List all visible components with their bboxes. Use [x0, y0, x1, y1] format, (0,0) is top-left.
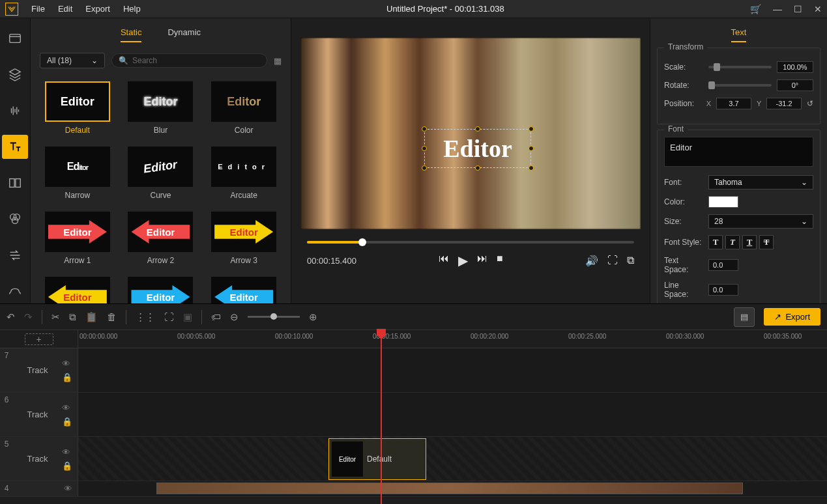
- progress-thumb[interactable]: [358, 238, 366, 246]
- asset-arrow1[interactable]: EditorArrow 1: [40, 212, 115, 265]
- cart-icon[interactable]: 🛒: [750, 4, 761, 14]
- add-track-button[interactable]: +: [25, 333, 53, 345]
- timeline-clip[interactable]: Editor Default: [328, 438, 426, 480]
- play-button[interactable]: ▶: [458, 253, 468, 268]
- x-value[interactable]: 3.7: [716, 98, 751, 109]
- progress-bar[interactable]: [307, 241, 634, 244]
- reset-position-icon[interactable]: ↺: [807, 99, 813, 108]
- visibility-icon[interactable]: 👁: [62, 359, 72, 369]
- asset-arrow5[interactable]: Editor: [123, 277, 199, 303]
- video-clip[interactable]: [156, 483, 743, 494]
- menu-help[interactable]: Help: [123, 4, 141, 14]
- asset-arrow6[interactable]: Editor: [206, 277, 282, 303]
- text-content-input[interactable]: [664, 137, 813, 167]
- playhead[interactable]: [381, 330, 382, 504]
- stop-button[interactable]: ■: [497, 253, 503, 268]
- export-button[interactable]: ↗ Export: [764, 308, 820, 326]
- group-button[interactable]: ▣: [183, 311, 192, 323]
- zoom-slider[interactable]: [248, 316, 300, 318]
- resize-handle-tl[interactable]: [422, 126, 427, 132]
- text-overlay-selection[interactable]: Editor: [424, 129, 531, 168]
- menu-edit[interactable]: Edit: [58, 4, 72, 14]
- resize-handle-bc[interactable]: [475, 165, 480, 171]
- zoom-in-button[interactable]: ⊕: [309, 311, 317, 323]
- scale-value[interactable]: 100.0%: [777, 61, 813, 73]
- tool-audio[interactable]: [2, 98, 28, 123]
- volume-icon[interactable]: 🔊: [585, 255, 598, 267]
- asset-arrow4[interactable]: Editor: [40, 277, 115, 303]
- resize-handle-tr[interactable]: [529, 126, 534, 132]
- underline-button[interactable]: T: [742, 235, 757, 249]
- resize-handle-tc[interactable]: [475, 126, 480, 132]
- track-content[interactable]: Editor Default: [78, 437, 827, 481]
- delete-button[interactable]: 🗑: [107, 311, 117, 322]
- tool-filters[interactable]: [2, 207, 28, 232]
- paste-button[interactable]: 📋: [85, 311, 98, 323]
- asset-narrow[interactable]: EditorNarrow: [40, 147, 115, 200]
- split-button[interactable]: ⋮⋮: [136, 311, 155, 323]
- zoom-out-button[interactable]: ⊖: [230, 311, 239, 323]
- lock-icon[interactable]: 🔒: [62, 417, 72, 427]
- asset-color[interactable]: EditorColor: [206, 81, 282, 135]
- snapshot-icon[interactable]: ⛶: [607, 255, 618, 267]
- resize-handle-mr[interactable]: [529, 146, 534, 151]
- asset-default[interactable]: EditorDefault: [40, 81, 115, 135]
- fullscreen-icon[interactable]: ⧉: [627, 255, 634, 267]
- rotate-slider[interactable]: [708, 84, 772, 87]
- track-content[interactable]: [78, 393, 827, 436]
- maximize-button[interactable]: ☐: [794, 4, 802, 14]
- resize-handle-br[interactable]: [529, 165, 534, 171]
- menu-file[interactable]: File: [31, 4, 45, 14]
- minimize-button[interactable]: —: [773, 4, 782, 14]
- copy-button[interactable]: ⧉: [69, 311, 76, 323]
- asset-blur[interactable]: EditorBlur: [123, 81, 199, 135]
- menu-export[interactable]: Export: [85, 4, 110, 14]
- asset-arrow3[interactable]: EditorArrow 3: [206, 212, 282, 265]
- tab-dynamic[interactable]: Dynamic: [167, 27, 201, 42]
- visibility-icon[interactable]: 👁: [62, 447, 72, 457]
- crop-button[interactable]: ⛶: [164, 311, 174, 322]
- track-content[interactable]: [78, 481, 827, 496]
- preview-viewport[interactable]: Editor: [300, 38, 641, 229]
- tab-static[interactable]: Static: [121, 27, 142, 42]
- asset-arcuate[interactable]: EditorArcuate: [206, 147, 282, 200]
- tool-layers[interactable]: [2, 63, 28, 87]
- asset-search[interactable]: 🔍 Search: [111, 53, 267, 68]
- scale-slider[interactable]: [708, 66, 772, 68]
- redo-button[interactable]: ↷: [24, 311, 33, 323]
- asset-filter-dropdown[interactable]: All (18) ⌄: [40, 53, 105, 68]
- asset-curve[interactable]: EditorCurve: [123, 147, 199, 200]
- lock-icon[interactable]: 🔒: [62, 372, 72, 382]
- rotate-value[interactable]: 0°: [777, 79, 813, 91]
- lock-icon[interactable]: 🔒: [62, 461, 72, 471]
- grid-view-icon[interactable]: ▦: [274, 56, 282, 66]
- strikethrough-button[interactable]: T: [759, 235, 774, 249]
- y-value[interactable]: -31.2: [766, 98, 802, 109]
- visibility-icon[interactable]: 👁: [64, 484, 72, 494]
- tool-elements[interactable]: [2, 279, 28, 304]
- prev-frame-button[interactable]: ⏮: [439, 253, 449, 268]
- close-button[interactable]: ✕: [814, 4, 822, 14]
- italic-button[interactable]: T: [725, 235, 740, 249]
- tab-text[interactable]: Text: [731, 27, 747, 42]
- render-button[interactable]: ▤: [734, 307, 755, 327]
- size-select[interactable]: 28⌄: [708, 214, 813, 229]
- next-frame-button[interactable]: ⏭: [477, 253, 487, 268]
- textspace-input[interactable]: 0.0: [708, 259, 738, 271]
- visibility-icon[interactable]: 👁: [62, 403, 72, 413]
- tool-transitions[interactable]: [2, 243, 28, 268]
- timeline-ruler[interactable]: 00:00:00.000 00:00:05.000 00:00:10.000 0…: [78, 330, 827, 348]
- linespace-input[interactable]: 0.0: [708, 284, 738, 296]
- tool-split[interactable]: [2, 171, 28, 195]
- track-content[interactable]: [78, 348, 827, 392]
- font-select[interactable]: Tahoma⌄: [708, 175, 813, 189]
- bold-button[interactable]: T: [708, 235, 723, 249]
- undo-button[interactable]: ↶: [7, 311, 15, 323]
- cut-button[interactable]: ✂: [51, 311, 60, 323]
- resize-handle-bl[interactable]: [422, 165, 427, 171]
- color-picker[interactable]: [708, 196, 738, 208]
- resize-handle-ml[interactable]: [422, 146, 427, 151]
- asset-arrow2[interactable]: EditorArrow 2: [123, 212, 199, 265]
- marker-button[interactable]: 🏷: [211, 311, 221, 322]
- tool-media[interactable]: [2, 26, 28, 51]
